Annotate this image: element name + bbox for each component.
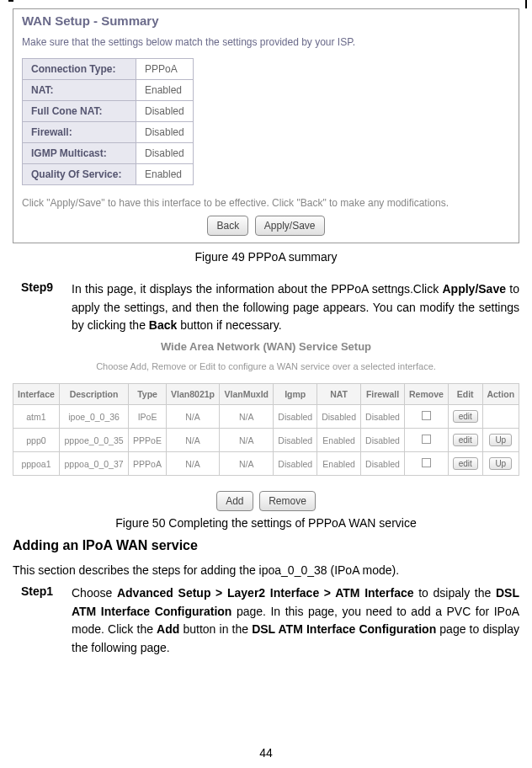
table-row: ppp0 pppoe_0_0_35 PPPoE N/A N/A Disabled… — [13, 429, 519, 452]
table-row: Quality Of Service:Enabled — [23, 164, 194, 185]
table-row: atm1 ipoe_0_0_36 IPoE N/A N/A Disabled D… — [13, 405, 519, 429]
step-9-label: Step9 — [21, 280, 72, 335]
back-button[interactable]: Back — [207, 216, 248, 236]
table-header-row: Interface Description Type Vlan8021p Vla… — [13, 384, 519, 405]
table-row: Connection Type:PPPoA — [23, 59, 194, 80]
table-row: NAT:Enabled — [23, 80, 194, 101]
add-button[interactable]: Add — [216, 491, 253, 511]
step-9-text: In this page, it displays the informatio… — [72, 280, 519, 335]
edit-button[interactable]: edit — [453, 434, 478, 446]
ipoa-intro: This section describes the steps for add… — [13, 562, 519, 579]
table-row: pppoa1 pppoa_0_0_37 PPPoA N/A N/A Disabl… — [13, 452, 519, 476]
figure-50-caption: Figure 50 Completing the settings of PPP… — [13, 516, 519, 530]
wan-service-title: Wide Area Network (WAN) Service Setup — [13, 340, 519, 353]
remove-checkbox[interactable] — [422, 435, 431, 444]
step-1-label: Step1 — [21, 584, 72, 658]
remove-checkbox[interactable] — [422, 411, 431, 420]
remove-button[interactable]: Remove — [259, 491, 316, 511]
up-button[interactable]: Up — [489, 457, 512, 470]
table-row: Full Cone NAT:Disabled — [23, 101, 194, 122]
step-1: Step1 Choose Advanced Setup > Layer2 Int… — [21, 584, 519, 658]
wan-service-table: Interface Description Type Vlan8021p Vla… — [13, 383, 519, 476]
edit-button[interactable]: edit — [453, 457, 478, 470]
wan-summary-footnote: Click "Apply/Save" to have this interfac… — [13, 197, 519, 216]
remove-checkbox[interactable] — [422, 458, 431, 467]
wan-summary-desc: Make sure that the settings below match … — [13, 36, 519, 58]
apply-save-button[interactable]: Apply/Save — [255, 216, 325, 236]
table-row: Firewall:Disabled — [23, 122, 194, 143]
crop-marks — [8, 0, 527, 3]
edit-button[interactable]: edit — [453, 410, 478, 423]
step-1-text: Choose Advanced Setup > Layer2 Interface… — [72, 584, 519, 658]
wan-service-buttons: Add Remove — [13, 491, 519, 511]
up-button[interactable]: Up — [489, 434, 512, 446]
page-number: 44 — [0, 746, 532, 760]
wan-summary-buttons: Back Apply/Save — [13, 216, 519, 243]
step-9: Step9 In this page, it displays the info… — [21, 280, 519, 335]
wan-service-panel: Wide Area Network (WAN) Service Setup Ch… — [13, 340, 519, 511]
wan-summary-title: WAN Setup - Summary — [13, 9, 519, 36]
wan-summary-table: Connection Type:PPPoA NAT:Enabled Full C… — [22, 58, 194, 185]
ipoa-heading: Adding an IPoA WAN service — [13, 538, 519, 553]
figure-49-caption: Figure 49 PPPoA summary — [13, 250, 519, 264]
wan-service-desc: Choose Add, Remove or Edit to configure … — [13, 361, 519, 371]
wan-summary-panel: WAN Setup - Summary Make sure that the s… — [13, 8, 519, 243]
table-row: IGMP Multicast:Disabled — [23, 143, 194, 164]
